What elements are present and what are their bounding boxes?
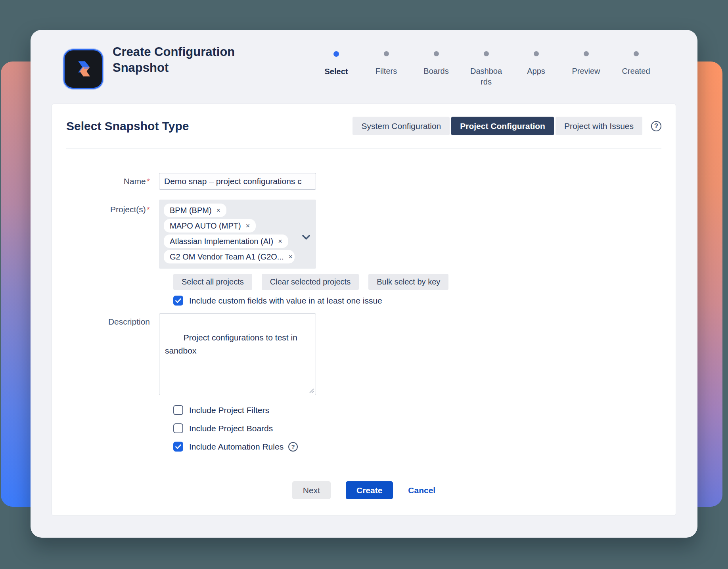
- section-heading: Select Snapshot Type: [66, 119, 189, 133]
- include-project-boards-label: Include Project Boards: [189, 424, 273, 433]
- page-title-line1: Create Configuration: [113, 44, 235, 60]
- project-chip: G2 OM Vendor Team A1 (G2O...×: [164, 250, 295, 263]
- snapshot-form-card: Select Snapshot Type System Configuratio…: [52, 104, 676, 516]
- step-select[interactable]: Select: [311, 49, 361, 87]
- heading-divider: [66, 148, 661, 148]
- snapshot-type-tabs: System Configuration Project Configurati…: [353, 117, 661, 135]
- step-apps[interactable]: Apps: [511, 49, 561, 87]
- step-label: Created: [622, 66, 650, 77]
- project-chip: BPM (BPM)×: [164, 204, 226, 217]
- page-title: Create Configuration Snapshot: [113, 44, 235, 76]
- help-icon[interactable]: ?: [651, 121, 661, 131]
- step-label: Boards: [423, 66, 448, 77]
- step-label: Filters: [375, 66, 397, 77]
- project-actions: Select all projects Clear selected proje…: [173, 274, 661, 290]
- step-label: Dashboards: [469, 66, 503, 87]
- dialog-footer: Next Create Cancel: [66, 481, 661, 499]
- remove-chip-icon[interactable]: ×: [289, 253, 293, 260]
- description-textarea[interactable]: Project configurations to test in sandbo…: [159, 313, 316, 395]
- include-project-boards-checkbox[interactable]: [173, 423, 183, 433]
- include-project-filters-label: Include Project Filters: [189, 406, 269, 415]
- remove-chip-icon[interactable]: ×: [278, 238, 282, 245]
- step-label: Select: [325, 66, 348, 77]
- check-icon: [175, 298, 181, 303]
- step-dot: [384, 51, 389, 56]
- create-button[interactable]: Create: [346, 481, 393, 499]
- cancel-link[interactable]: Cancel: [408, 486, 435, 495]
- projects-label: Project(s)*: [66, 200, 159, 215]
- tab-system-configuration[interactable]: System Configuration: [353, 117, 450, 135]
- step-dot: [534, 51, 539, 56]
- resize-grip-icon[interactable]: [308, 388, 314, 394]
- description-label: Description: [66, 313, 159, 327]
- step-dot: [584, 51, 589, 56]
- step-dot-active: [333, 51, 339, 57]
- remove-chip-icon[interactable]: ×: [246, 222, 250, 229]
- snapshot-arrows-icon: [70, 56, 97, 83]
- project-chip: MAPO AUTO (MPT)×: [164, 219, 256, 233]
- include-automation-rules-checkbox[interactable]: [173, 442, 183, 452]
- name-label: Name*: [66, 176, 159, 186]
- description-value: Project configurations to test in sandbo…: [165, 333, 300, 355]
- project-chip: Atlassian Implementation (AI)×: [164, 235, 288, 248]
- next-button[interactable]: Next: [292, 481, 331, 499]
- remove-chip-icon[interactable]: ×: [216, 207, 221, 214]
- step-dot: [484, 51, 489, 56]
- step-dot: [434, 51, 439, 56]
- step-dot: [634, 51, 639, 56]
- create-configuration-snapshot-dialog: Create Configuration Snapshot Select Fil…: [31, 30, 697, 538]
- chevron-down-icon[interactable]: [302, 235, 310, 240]
- step-filters[interactable]: Filters: [361, 49, 411, 87]
- check-icon: [175, 444, 181, 449]
- required-asterisk: *: [147, 177, 150, 186]
- step-preview[interactable]: Preview: [561, 49, 611, 87]
- footer-divider: [66, 470, 661, 470]
- required-asterisk: *: [147, 205, 150, 214]
- include-custom-fields-checkbox[interactable]: [173, 296, 183, 306]
- select-all-projects-button[interactable]: Select all projects: [173, 274, 252, 290]
- name-input[interactable]: [159, 173, 316, 190]
- step-created[interactable]: Created: [611, 49, 661, 87]
- step-boards[interactable]: Boards: [411, 49, 461, 87]
- page-title-line2: Snapshot: [113, 60, 235, 76]
- step-dashboards[interactable]: Dashboards: [461, 49, 511, 87]
- tab-project-configuration[interactable]: Project Configuration: [451, 117, 554, 135]
- bulk-select-by-key-button[interactable]: Bulk select by key: [368, 274, 448, 290]
- projects-multiselect[interactable]: BPM (BPM)× MAPO AUTO (MPT)× Atlassian Im…: [159, 200, 316, 269]
- include-project-filters-checkbox[interactable]: [173, 405, 183, 415]
- include-automation-rules-label: Include Automation Rules: [189, 442, 284, 452]
- app-logo: [63, 49, 103, 89]
- step-label: Apps: [527, 66, 545, 77]
- include-custom-fields-label: Include custom fields with value in at l…: [189, 296, 382, 306]
- help-icon[interactable]: ?: [288, 442, 298, 452]
- step-label: Preview: [572, 66, 600, 77]
- tab-project-with-issues[interactable]: Project with Issues: [556, 117, 642, 135]
- wizard-stepper: Select Filters Boards Dashboards Apps Pr…: [311, 49, 661, 87]
- clear-selected-projects-button[interactable]: Clear selected projects: [262, 274, 359, 290]
